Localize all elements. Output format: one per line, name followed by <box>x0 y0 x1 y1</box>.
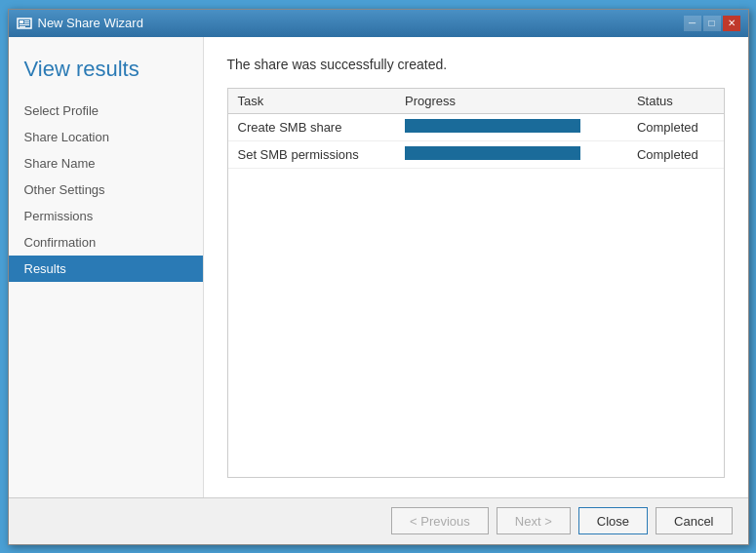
sidebar-item-select-profile[interactable]: Select Profile <box>9 98 203 124</box>
footer: < Previous Next > Close Cancel <box>9 497 748 544</box>
success-message: The share was successfully created. <box>227 57 725 72</box>
table-row: Set SMB permissionsCompleted <box>228 140 724 168</box>
progress-bar-fill <box>405 146 580 160</box>
window-icon <box>17 16 32 31</box>
cell-status: Completed <box>627 140 724 168</box>
results-table: Task Progress Status Create SMB shareCom… <box>228 89 724 169</box>
sidebar-item-other-settings[interactable]: Other Settings <box>9 177 203 203</box>
sidebar: View results Select Profile Share Locati… <box>9 37 204 497</box>
progress-bar-container <box>405 119 580 133</box>
close-button[interactable]: Close <box>578 507 648 534</box>
col-status: Status <box>627 89 724 114</box>
cell-progress <box>395 140 627 168</box>
main-content: The share was successfully created. Task… <box>204 37 748 497</box>
svg-rect-5 <box>20 26 25 27</box>
cancel-button[interactable]: Cancel <box>656 507 732 534</box>
cell-progress <box>395 113 627 140</box>
previous-button[interactable]: < Previous <box>391 507 489 534</box>
cell-task: Set SMB permissions <box>228 140 396 168</box>
cell-status: Completed <box>627 113 724 140</box>
col-task: Task <box>228 89 396 114</box>
progress-bar-container <box>405 146 580 160</box>
sidebar-header: View results <box>9 37 203 98</box>
svg-rect-4 <box>20 24 29 25</box>
sidebar-item-share-name[interactable]: Share Name <box>9 150 203 177</box>
wizard-window: New Share Wizard ─ □ ✕ View results Sele… <box>8 9 749 545</box>
maximize-button[interactable]: □ <box>703 16 721 31</box>
sidebar-item-share-location[interactable]: Share Location <box>9 124 203 150</box>
svg-rect-3 <box>24 22 29 23</box>
title-left: New Share Wizard <box>17 16 143 31</box>
minimize-button[interactable]: ─ <box>684 16 701 31</box>
window-title: New Share Wizard <box>38 16 143 30</box>
sidebar-item-permissions[interactable]: Permissions <box>9 203 203 229</box>
table-row: Create SMB shareCompleted <box>228 113 724 140</box>
sidebar-item-confirmation[interactable]: Confirmation <box>9 229 203 256</box>
sidebar-item-results[interactable]: Results <box>9 256 203 282</box>
col-progress: Progress <box>395 89 627 114</box>
title-bar-controls: ─ □ ✕ <box>684 16 740 31</box>
content-area: View results Select Profile Share Locati… <box>9 37 748 497</box>
progress-bar-fill <box>405 119 580 133</box>
next-button[interactable]: Next > <box>497 507 571 534</box>
svg-rect-2 <box>24 20 29 21</box>
results-table-wrapper: Task Progress Status Create SMB shareCom… <box>227 88 725 478</box>
svg-rect-1 <box>20 20 23 23</box>
close-window-button[interactable]: ✕ <box>723 16 740 31</box>
cell-task: Create SMB share <box>228 113 396 140</box>
title-bar: New Share Wizard ─ □ ✕ <box>9 10 748 37</box>
